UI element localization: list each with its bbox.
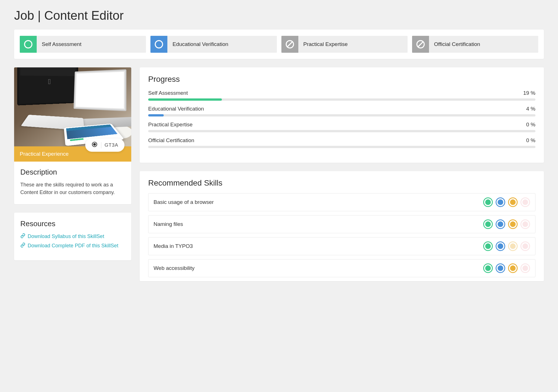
disabled-icon xyxy=(281,36,298,53)
progress-bar-track xyxy=(148,98,535,101)
skill-name: Media in TYPO3 xyxy=(154,243,193,249)
progress-percent: 4 % xyxy=(526,106,535,112)
progress-bar-track xyxy=(148,114,535,116)
banner-label: Practical Experience xyxy=(20,151,69,157)
skill-name: Naming files xyxy=(154,221,183,227)
status-dot-green[interactable] xyxy=(483,263,493,273)
progress-percent: 19 % xyxy=(523,90,535,96)
tab-educational-verification[interactable]: Educational Verification xyxy=(150,36,277,53)
progress-label: Official Certification xyxy=(148,137,194,144)
tab-label: Official Certification xyxy=(429,41,485,47)
progress-label: Self Assessment xyxy=(148,90,188,96)
skillset-badge: GT3A xyxy=(85,138,124,152)
resources-heading: Resources xyxy=(20,219,125,228)
progress-card: Progress Self Assessment19 %Educational … xyxy=(140,67,544,163)
progress-percent: 0 % xyxy=(526,122,535,128)
progress-bar-fill xyxy=(148,114,164,116)
status-dot-green[interactable] xyxy=(483,219,493,229)
status-dot-pink[interactable] xyxy=(520,241,530,251)
status-dot-pink[interactable] xyxy=(520,197,530,207)
skill-name: Web accessibility xyxy=(154,265,194,271)
resource-link[interactable]: Download Complete PDF of this SkillSet xyxy=(20,243,125,249)
progress-label: Practical Expertise xyxy=(148,122,192,128)
tab-label: Practical Expertise xyxy=(298,41,353,47)
circle-icon xyxy=(150,36,167,53)
tab-official-certification[interactable]: Official Certification xyxy=(412,36,538,53)
skillset-info-card:  Practical Experience GT3A xyxy=(14,67,131,204)
status-dot-blue[interactable] xyxy=(496,241,505,251)
progress-row: Self Assessment19 % xyxy=(148,90,535,101)
skills-heading: Recommended Skills xyxy=(148,179,535,188)
skill-dots xyxy=(483,197,530,207)
status-dot-yellow[interactable] xyxy=(508,197,518,207)
progress-bar-fill xyxy=(148,98,222,101)
page-title: Job | Content Editor xyxy=(14,8,544,23)
skillset-image:  xyxy=(14,67,131,146)
status-dot-yellow[interactable] xyxy=(508,241,518,251)
skill-name: Basic usage of a browser xyxy=(154,199,214,205)
progress-label: Educational Verification xyxy=(148,106,204,112)
resource-link-label: Download Complete PDF of this SkillSet xyxy=(28,243,118,249)
status-dot-pink[interactable] xyxy=(520,263,530,273)
tab-practical-expertise[interactable]: Practical Expertise xyxy=(281,36,408,53)
progress-bar-track xyxy=(148,146,535,148)
svg-point-0 xyxy=(25,41,32,48)
resources-card: Resources Download Syllabus of this Skil… xyxy=(14,213,131,260)
tab-label: Self Assessment xyxy=(37,41,86,47)
progress-percent: 0 % xyxy=(526,137,535,144)
eye-icon xyxy=(91,141,98,149)
status-dot-green[interactable] xyxy=(483,197,493,207)
svg-point-1 xyxy=(155,41,163,48)
skill-row[interactable]: Media in TYPO3 xyxy=(148,237,535,255)
progress-bar-track xyxy=(148,130,535,132)
progress-heading: Progress xyxy=(148,75,535,84)
tabs-bar: Self AssessmentEducational VerificationP… xyxy=(14,30,544,59)
skill-row[interactable]: Web accessibility xyxy=(148,259,535,277)
description-text: These are the skills required to work as… xyxy=(20,181,125,196)
status-dot-yellow[interactable] xyxy=(508,263,518,273)
progress-row: Educational Verification4 % xyxy=(148,106,535,116)
status-dot-pink[interactable] xyxy=(520,219,530,229)
tab-label: Educational Verification xyxy=(167,41,233,47)
progress-row: Practical Expertise0 % xyxy=(148,122,535,132)
svg-point-7 xyxy=(93,143,95,145)
link-icon xyxy=(20,243,25,249)
link-icon xyxy=(20,233,25,240)
skill-row[interactable]: Basic usage of a browser xyxy=(148,193,535,211)
status-dot-green[interactable] xyxy=(483,241,493,251)
svg-line-5 xyxy=(418,42,423,47)
svg-line-3 xyxy=(287,42,292,47)
status-dot-blue[interactable] xyxy=(496,263,505,273)
progress-row: Official Certification0 % xyxy=(148,137,535,148)
badge-code: GT3A xyxy=(105,142,118,148)
skillset-banner: Practical Experience GT3A xyxy=(14,146,131,162)
skill-dots xyxy=(483,241,530,251)
circle-icon xyxy=(20,36,37,53)
status-dot-yellow[interactable] xyxy=(508,219,518,229)
resource-link[interactable]: Download Syllabus of this SkillSet xyxy=(20,233,125,240)
skill-dots xyxy=(483,219,530,229)
skill-dots xyxy=(483,263,530,273)
status-dot-blue[interactable] xyxy=(496,197,505,207)
description-heading: Description xyxy=(20,168,125,177)
disabled-icon xyxy=(412,36,429,53)
skills-card: Recommended Skills Basic usage of a brow… xyxy=(140,171,544,281)
tab-self-assessment[interactable]: Self Assessment xyxy=(20,36,146,53)
skill-row[interactable]: Naming files xyxy=(148,215,535,233)
resource-link-label: Download Syllabus of this SkillSet xyxy=(28,234,104,239)
status-dot-blue[interactable] xyxy=(496,219,505,229)
